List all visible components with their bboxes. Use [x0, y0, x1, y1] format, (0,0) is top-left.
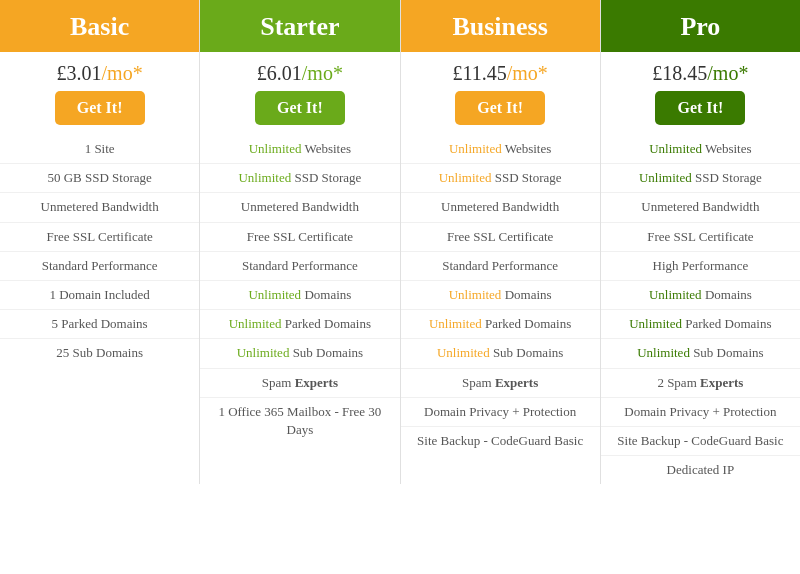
plan-basic-feature-4: Standard Performance — [0, 251, 199, 280]
plan-basic-feature-0: 1 Site — [0, 135, 199, 163]
plan-pro-feature-7: Unlimited Sub Domains — [601, 338, 800, 367]
plan-business-get-button[interactable]: Get It! — [455, 91, 545, 125]
plan-business-feature-9: Domain Privacy + Protection — [401, 397, 600, 426]
plan-pro-features: Unlimited WebsitesUnlimited SSD StorageU… — [601, 135, 800, 484]
plan-business-feature-7: Unlimited Sub Domains — [401, 338, 600, 367]
plan-starter-feature-8: Spam Experts — [200, 368, 399, 397]
plan-business-feature-2: Unmetered Bandwidth — [401, 192, 600, 221]
plan-starter-feature-1: Unlimited SSD Storage — [200, 163, 399, 192]
plan-pro-feature-3: Free SSL Certificate — [601, 222, 800, 251]
plan-business-feature-5: Unlimited Domains — [401, 280, 600, 309]
plan-business-feature-8: Spam Experts — [401, 368, 600, 397]
plan-pro: Pro£18.45/mo*Get It!Unlimited WebsitesUn… — [601, 0, 800, 484]
plan-basic-feature-6: 5 Parked Domains — [0, 309, 199, 338]
plan-basic-feature-1: 50 GB SSD Storage — [0, 163, 199, 192]
plan-basic-feature-5: 1 Domain Included — [0, 280, 199, 309]
plan-starter-features: Unlimited WebsitesUnlimited SSD StorageU… — [200, 135, 399, 444]
plan-basic-price: £3.01/mo* — [57, 52, 143, 91]
plan-business-feature-10: Site Backup - CodeGuard Basic — [401, 426, 600, 455]
plan-pro-price: £18.45/mo* — [652, 52, 748, 91]
plan-business-feature-0: Unlimited Websites — [401, 135, 600, 163]
plan-business-feature-4: Standard Performance — [401, 251, 600, 280]
plan-business: Business£11.45/mo*Get It!Unlimited Websi… — [401, 0, 601, 484]
pricing-table: Basic£3.01/mo*Get It!1 Site50 GB SSD Sto… — [0, 0, 800, 484]
plan-starter: Starter£6.01/mo*Get It!Unlimited Website… — [200, 0, 400, 484]
plan-business-price: £11.45/mo* — [452, 52, 547, 91]
plan-pro-header: Pro — [601, 0, 800, 52]
plan-pro-feature-10: Site Backup - CodeGuard Basic — [601, 426, 800, 455]
plan-basic-header: Basic — [0, 0, 199, 52]
plan-basic: Basic£3.01/mo*Get It!1 Site50 GB SSD Sto… — [0, 0, 200, 484]
plan-starter-feature-6: Unlimited Parked Domains — [200, 309, 399, 338]
plan-pro-feature-8: 2 Spam Experts — [601, 368, 800, 397]
plan-basic-feature-3: Free SSL Certificate — [0, 222, 199, 251]
plan-business-feature-3: Free SSL Certificate — [401, 222, 600, 251]
plan-starter-feature-4: Standard Performance — [200, 251, 399, 280]
plan-starter-feature-7: Unlimited Sub Domains — [200, 338, 399, 367]
plan-basic-feature-2: Unmetered Bandwidth — [0, 192, 199, 221]
plan-starter-feature-9: 1 Office 365 Mailbox - Free 30 Days — [200, 397, 399, 444]
plan-pro-feature-5: Unlimited Domains — [601, 280, 800, 309]
plan-business-feature-6: Unlimited Parked Domains — [401, 309, 600, 338]
plan-business-feature-1: Unlimited SSD Storage — [401, 163, 600, 192]
plan-basic-get-button[interactable]: Get It! — [55, 91, 145, 125]
plan-starter-get-button[interactable]: Get It! — [255, 91, 345, 125]
plan-pro-feature-2: Unmetered Bandwidth — [601, 192, 800, 221]
plan-starter-feature-3: Free SSL Certificate — [200, 222, 399, 251]
plan-pro-feature-6: Unlimited Parked Domains — [601, 309, 800, 338]
plan-pro-feature-11: Dedicated IP — [601, 455, 800, 484]
plan-starter-feature-2: Unmetered Bandwidth — [200, 192, 399, 221]
plan-pro-feature-0: Unlimited Websites — [601, 135, 800, 163]
plan-pro-feature-1: Unlimited SSD Storage — [601, 163, 800, 192]
plan-business-header: Business — [401, 0, 600, 52]
plan-business-features: Unlimited WebsitesUnlimited SSD StorageU… — [401, 135, 600, 455]
plan-basic-features: 1 Site50 GB SSD StorageUnmetered Bandwid… — [0, 135, 199, 368]
plan-basic-feature-7: 25 Sub Domains — [0, 338, 199, 367]
plan-starter-price: £6.01/mo* — [257, 52, 343, 91]
plan-pro-get-button[interactable]: Get It! — [655, 91, 745, 125]
plan-starter-feature-5: Unlimited Domains — [200, 280, 399, 309]
plan-pro-feature-4: High Performance — [601, 251, 800, 280]
plan-pro-feature-9: Domain Privacy + Protection — [601, 397, 800, 426]
plan-starter-header: Starter — [200, 0, 399, 52]
plan-starter-feature-0: Unlimited Websites — [200, 135, 399, 163]
